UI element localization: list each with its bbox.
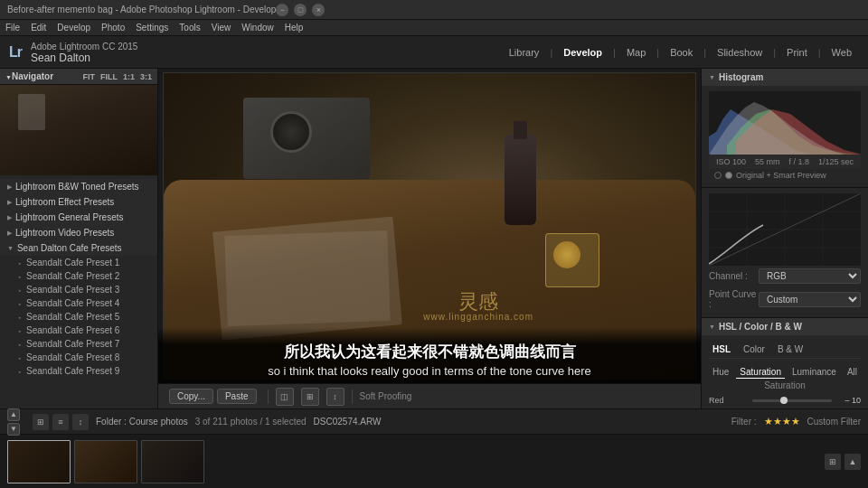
filmstrip-thumb-1[interactable] [7, 440, 71, 483]
preset-group-effects[interactable]: Lightroom Effect Presets [0, 194, 157, 210]
filmstrip-right-icons: ⊞ ▲ [825, 454, 861, 470]
slider-red-handle[interactable] [780, 397, 788, 404]
menu-photo[interactable]: Photo [101, 23, 125, 33]
filmstrip-thumb-3[interactable] [141, 440, 204, 483]
tab-library[interactable]: Library [502, 43, 547, 61]
preset-item-9[interactable]: Seandalt Cafe Preset 9 [0, 364, 157, 378]
tab-map[interactable]: Map [619, 43, 653, 61]
point-curve-select[interactable]: Custom Linear Strong Contrast [759, 292, 861, 307]
sep1: | [550, 47, 552, 58]
preset-group-sean[interactable]: Sean Dalton Cafe Presets [0, 240, 157, 256]
main-photo[interactable] [163, 72, 696, 380]
sort-icon[interactable]: ↕ [72, 414, 89, 430]
slider-red-track[interactable] [752, 399, 832, 402]
menu-edit[interactable]: Edit [31, 23, 46, 33]
menu-window[interactable]: Window [241, 23, 274, 33]
menu-file[interactable]: File [5, 23, 20, 33]
maximize-button[interactable]: □ [294, 4, 307, 16]
window-controls[interactable]: − □ × [276, 4, 325, 16]
list-view-icon[interactable]: ≡ [52, 414, 69, 430]
filter-label: Filter : [731, 417, 757, 427]
slider-red-value: – 10 [835, 396, 861, 405]
file-name: DSC02574.ARW [314, 417, 382, 427]
histogram-header[interactable]: Histogram [702, 69, 868, 86]
tab-develop[interactable]: Develop [556, 43, 609, 61]
menu-tools[interactable]: Tools [179, 23, 200, 33]
preset-group-video-arrow [7, 229, 12, 237]
custom-filter[interactable]: Custom Filter [807, 417, 861, 427]
grid-view-icon[interactable]: ⊞ [33, 414, 49, 430]
preset-item-6[interactable]: Seandalt Cafe Preset 6 [0, 324, 157, 337]
slider-red: Red – 10 [709, 394, 861, 407]
color-tab-hsl[interactable]: HSL [709, 343, 734, 355]
hsl-tab-saturation[interactable]: Saturation [736, 366, 785, 379]
menu-help[interactable]: Help [285, 23, 304, 33]
filmstrip-thumb-2[interactable] [74, 440, 137, 483]
preset-group-effects-arrow [7, 198, 12, 206]
photo-view[interactable]: 所以我认为这看起来很不错就色调曲线而言 so i think that look… [158, 69, 701, 383]
toolbar-sep-1 [268, 389, 269, 404]
tone-curve-content: Channel : RGB Red Green Blue Point Curve… [702, 188, 868, 317]
radio-on [725, 172, 732, 179]
hsl-tab-all[interactable]: All [844, 366, 861, 379]
navigator-header[interactable]: Navigator FIT FILL 1:1 3:1 [0, 69, 157, 85]
tab-web[interactable]: Web [825, 43, 859, 61]
preset-group-bw[interactable]: Lightroom B&W Toned Presets [0, 179, 157, 194]
preset-item-5[interactable]: Seandalt Cafe Preset 5 [0, 310, 157, 324]
preset-group-video-label: Lightroom Video Presets [15, 228, 114, 238]
photo-papers [212, 217, 402, 341]
tone-curve-area[interactable] [709, 193, 861, 266]
star-rating[interactable]: ★★★★ [764, 416, 800, 427]
preset-item-2[interactable]: Seandalt Cafe Preset 2 [0, 269, 157, 283]
menu-develop[interactable]: Develop [57, 23, 90, 33]
zoom-fill[interactable]: FILL [100, 72, 118, 81]
hsl-tab-hue[interactable]: Hue [709, 366, 732, 379]
preset-item-7[interactable]: Seandalt Cafe Preset 7 [0, 337, 157, 351]
menu-view[interactable]: View [212, 23, 231, 33]
loupe-icon[interactable]: ↕ [326, 388, 344, 406]
preset-item-1[interactable]: Seandalt Cafe Preset 1 [0, 256, 157, 269]
navigator-label: Navigator [12, 71, 53, 81]
minimize-button[interactable]: − [276, 4, 288, 16]
preset-item-3[interactable]: Seandalt Cafe Preset 3 [0, 283, 157, 296]
copy-button[interactable]: Copy... [169, 389, 213, 404]
folder-info: Folder : Course photos [96, 417, 188, 427]
menu-settings[interactable]: Settings [136, 23, 168, 33]
tab-book[interactable]: Book [663, 43, 700, 61]
filmstrip-nav-controls: ▲ ▼ [7, 408, 20, 436]
grid-icon[interactable]: ⊞ [301, 388, 319, 406]
color-tab-color[interactable]: Color [740, 343, 769, 355]
filmstrip-icons: ⊞ ≡ ↕ [33, 414, 89, 430]
preset-item-8[interactable]: Seandalt Cafe Preset 8 [0, 351, 157, 364]
filmstrip-down-arrow[interactable]: ▼ [7, 423, 20, 436]
preset-group-general[interactable]: Lightroom General Presets [0, 210, 157, 225]
filmstrip-up-arrow[interactable]: ▲ [7, 408, 20, 421]
color-tab-bw[interactable]: B & W [774, 343, 807, 355]
before-after-icon[interactable]: ◫ [276, 388, 294, 406]
right-panel: Histogram ISO 100 [701, 69, 868, 408]
soft-proofing-label: Soft Proofing [360, 391, 412, 401]
tab-slideshow[interactable]: Slideshow [710, 43, 769, 61]
filmstrip-grid-icon[interactable]: ⊞ [825, 454, 841, 470]
histogram-canvas [709, 91, 861, 155]
zoom-fit[interactable]: FIT [82, 72, 95, 81]
zoom-1-1[interactable]: 1:1 [123, 72, 135, 81]
zoom-3-1[interactable]: 3:1 [140, 72, 152, 81]
filmstrip-expand-icon[interactable]: ▲ [844, 454, 861, 470]
hsl-header[interactable]: HSL / Color / B & W [702, 318, 868, 335]
preset-group-video[interactable]: Lightroom Video Presets [0, 225, 157, 240]
preset-item-4[interactable]: Seandalt Cafe Preset 4 [0, 296, 157, 310]
navigator-preview [0, 85, 157, 175]
paste-button[interactable]: Paste [217, 389, 257, 404]
sep3: | [656, 47, 659, 58]
camera-lens: 55 mm [755, 157, 780, 166]
module-tabs: Library | Develop | Map | Book | Slidesh… [502, 43, 859, 61]
hsl-label: HSL / Color / B & W [719, 322, 802, 332]
tab-print[interactable]: Print [779, 43, 815, 61]
menu-bar: File Edit Develop Photo Settings Tools V… [0, 20, 868, 36]
bottom-toolbar: Copy... Paste ◫ ⊞ ↕ Soft Proofing [158, 383, 701, 408]
hsl-arrow [709, 323, 715, 331]
channel-select[interactable]: RGB Red Green Blue [759, 268, 861, 284]
close-button[interactable]: × [312, 4, 325, 16]
hsl-tab-luminance[interactable]: Luminance [788, 366, 840, 379]
